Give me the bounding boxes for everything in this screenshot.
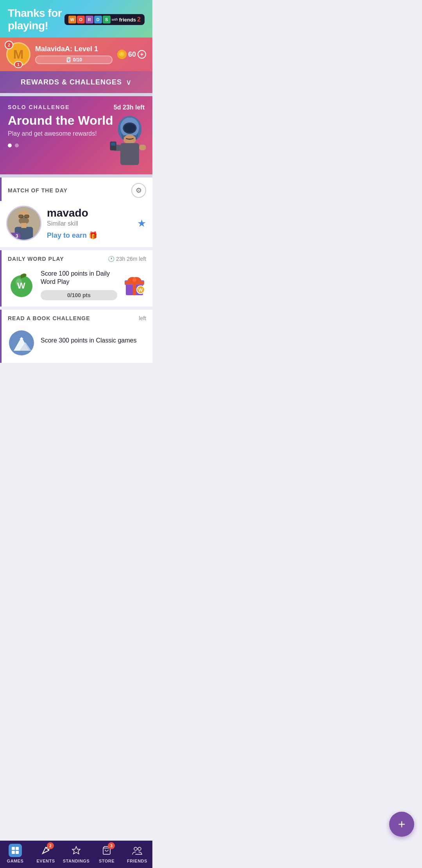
read-book-icon	[8, 329, 35, 357]
daily-word-play-section: DAILY WORD PLAY 🕐 23h 26m left W Score 1…	[0, 250, 152, 307]
svg-rect-6	[120, 143, 139, 165]
svg-rect-9	[111, 142, 115, 145]
carousel-dot-2[interactable]	[15, 143, 19, 147]
words-friends-logo[interactable]: W O R D S with friends 2	[64, 14, 145, 25]
chevron-down-icon: ∨	[126, 77, 132, 87]
daily-reward-icon: W	[123, 273, 146, 297]
favorite-button[interactable]: ★	[137, 217, 146, 230]
svg-rect-29	[125, 282, 144, 284]
logo-letters: W O R D S	[68, 16, 111, 23]
read-book-card[interactable]: Score 300 points in Classic games	[2, 325, 152, 363]
daily-progress-text: 0/100 pts	[67, 292, 91, 298]
player-level: 3	[16, 233, 18, 239]
bottom-spacer	[0, 363, 152, 394]
logo-w: W	[68, 16, 76, 23]
svg-point-32	[132, 278, 136, 282]
solo-challenge-banner[interactable]: SOLO CHALLENGE 5d 23h left Around the Wo…	[0, 96, 152, 174]
notification-badge: 2	[5, 41, 13, 49]
svg-text:W: W	[17, 281, 25, 291]
read-book-challenge-label: READ A BOOK CHALLENGE	[8, 315, 90, 321]
daily-word-play-icon: W	[8, 271, 35, 299]
coin-icon: 🪙	[117, 50, 127, 59]
player-level-badge: 🎮 3	[7, 233, 21, 240]
player-name: mavado	[47, 207, 132, 219]
read-book-description: Score 300 points in Classic games	[41, 337, 136, 345]
profile-name: MalavidaA: Level 1	[35, 45, 113, 53]
profile-bar: M 2 1 MalavidaA: Level 1 🃏 0/10 🪙 60 +	[0, 38, 152, 71]
xp-bar: 🃏 0/10	[35, 56, 113, 64]
divider-2	[0, 174, 152, 178]
header-title: Thanks for playing!	[8, 7, 64, 32]
match-card[interactable]: 🎮 3 mavado Similar skill Play to earn 🎁 …	[0, 201, 152, 247]
svg-rect-10	[139, 145, 146, 150]
match-player-info: mavado Similar skill Play to earn 🎁	[47, 207, 132, 240]
logo-d: D	[94, 16, 102, 23]
match-of-day-section: MATCH OF THE DAY ⚙	[0, 178, 152, 247]
svg-rect-16	[25, 215, 29, 218]
logo-friends-text: friends	[119, 17, 136, 23]
match-player-avatar: 🎮 3	[6, 206, 41, 241]
profile-info: MalavidaA: Level 1 🃏 0/10	[35, 45, 113, 64]
add-coins-button[interactable]: +	[138, 50, 146, 59]
rewards-challenges-bar[interactable]: REWARDS & CHALLENGES ∨	[0, 71, 152, 93]
logo-r: R	[86, 16, 93, 23]
divider	[0, 93, 152, 96]
read-book-challenge-header: READ A BOOK CHALLENGE left	[2, 310, 152, 325]
settings-button[interactable]: ⚙	[131, 183, 146, 198]
xp-text: 🃏 0/10	[66, 57, 82, 63]
coin-count: 60	[128, 50, 136, 59]
play-earn-button[interactable]: Play to earn 🎁	[47, 231, 132, 240]
read-book-timer: left	[139, 315, 146, 321]
svg-rect-15	[19, 215, 23, 218]
clock-icon: 🕐	[108, 256, 114, 262]
daily-challenge-description: Score 100 points in Daily Word Play	[41, 270, 117, 286]
daily-word-play-card[interactable]: W Score 100 points in Daily Word Play 0/…	[2, 265, 152, 307]
svg-rect-19	[21, 223, 26, 228]
coin-area[interactable]: 🪙 60 +	[117, 50, 146, 59]
solo-character-image	[98, 112, 152, 174]
svg-point-3	[124, 124, 136, 132]
avatar-container[interactable]: M 2 1	[6, 42, 30, 66]
daily-word-play-label: DAILY WORD PLAY	[8, 256, 64, 262]
player-skill: Similar skill	[47, 220, 132, 227]
svg-text:W: W	[138, 287, 143, 293]
daily-word-play-info: Score 100 points in Daily Word Play 0/10…	[41, 270, 117, 300]
daily-word-play-header: DAILY WORD PLAY 🕐 23h 26m left	[2, 250, 152, 265]
daily-progress-bar: 0/100 pts	[41, 290, 117, 300]
rewards-title: REWARDS & CHALLENGES	[21, 78, 122, 86]
carousel-dot-1[interactable]	[8, 143, 12, 147]
read-book-challenge-section: READ A BOOK CHALLENGE left Score 300 poi…	[0, 310, 152, 363]
logo-with-text: with	[112, 18, 118, 22]
solo-challenge-timer: 5d 23h left	[114, 104, 145, 111]
logo-s: S	[103, 16, 111, 23]
daily-word-play-timer: 🕐 23h 26m left	[108, 256, 146, 262]
header: Thanks for playing! W O R D S with frien…	[0, 0, 152, 38]
logo-number: 2	[137, 16, 141, 23]
logo-o: O	[77, 16, 85, 23]
level-badge: 1	[14, 61, 23, 68]
match-of-day-header: MATCH OF THE DAY ⚙	[0, 178, 152, 201]
gear-icon: ⚙	[136, 186, 142, 195]
match-of-day-label: MATCH OF THE DAY	[8, 187, 68, 194]
